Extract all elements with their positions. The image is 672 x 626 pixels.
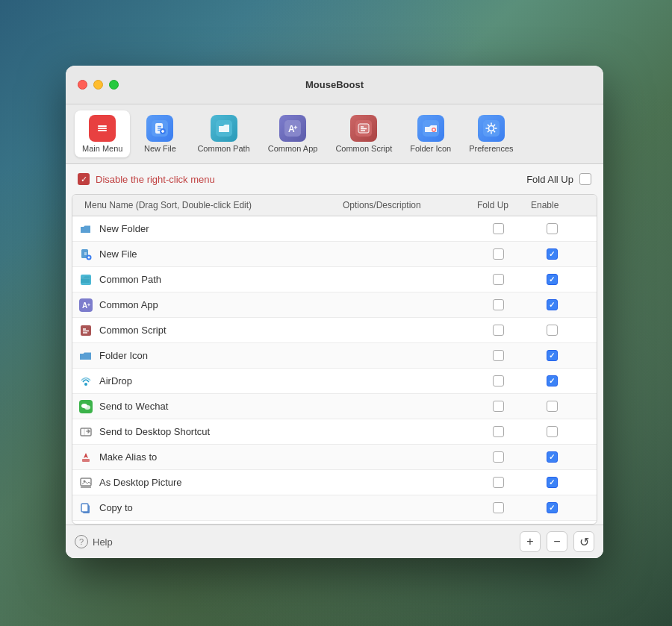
row-fold[interactable] xyxy=(471,426,525,437)
enable-checkbox[interactable] xyxy=(547,477,558,488)
table-row: Common Path xyxy=(72,267,597,292)
row-icon xyxy=(78,399,93,414)
row-fold[interactable] xyxy=(471,401,525,412)
row-enable[interactable] xyxy=(525,248,579,260)
row-name-airdrop: AirDrop xyxy=(78,369,337,393)
row-fold[interactable] xyxy=(471,350,525,361)
enable-checkbox[interactable] xyxy=(547,223,558,234)
toolbar-item-main-menu[interactable]: Main Menu xyxy=(75,110,130,157)
fold-checkbox[interactable] xyxy=(493,477,504,488)
table-row: Copy to xyxy=(72,495,597,521)
enable-checkbox[interactable] xyxy=(547,274,558,285)
row-enable[interactable] xyxy=(525,375,579,386)
row-fold[interactable] xyxy=(471,477,525,488)
fold-all-checkbox[interactable] xyxy=(579,173,591,185)
toolbar-item-preferences[interactable]: Preferences xyxy=(461,110,520,157)
row-fold[interactable] xyxy=(471,223,525,234)
disable-menu-checkbox[interactable]: ✓ xyxy=(78,173,90,185)
fold-checkbox[interactable] xyxy=(493,426,504,437)
minimize-button[interactable] xyxy=(93,80,103,90)
row-label: Common Script xyxy=(99,325,167,336)
enable-checkbox[interactable] xyxy=(547,299,558,310)
footer: ? Help + − ↺ xyxy=(66,525,603,558)
row-icon xyxy=(78,475,93,490)
enable-checkbox[interactable] xyxy=(547,426,558,437)
fold-checkbox[interactable] xyxy=(493,223,504,234)
enable-checkbox[interactable] xyxy=(547,325,558,336)
footer-buttons: + − ↺ xyxy=(520,531,594,552)
row-enable[interactable] xyxy=(525,502,579,513)
row-fold[interactable] xyxy=(471,274,525,285)
row-enable[interactable] xyxy=(525,299,579,310)
row-label: Common App xyxy=(99,299,158,310)
row-enable[interactable] xyxy=(525,325,579,336)
toolbar-item-common-app[interactable]: A ✦ Common App xyxy=(261,110,326,157)
preferences-icon xyxy=(478,115,505,142)
fold-checkbox[interactable] xyxy=(493,401,504,412)
fold-checkbox[interactable] xyxy=(493,350,504,361)
toolbar-item-common-script[interactable]: Common Script xyxy=(328,110,399,157)
fold-all-row: Fold All Up xyxy=(526,173,591,185)
row-fold[interactable] xyxy=(471,299,525,310)
svg-text:✦: ✦ xyxy=(87,302,91,307)
add-button[interactable]: + xyxy=(520,531,541,552)
row-enable[interactable] xyxy=(525,274,579,285)
row-enable[interactable] xyxy=(525,451,579,463)
common-app-label: Common App xyxy=(268,144,318,153)
fold-checkbox[interactable] xyxy=(493,274,504,285)
row-fold[interactable] xyxy=(471,451,525,463)
toolbar-item-new-file[interactable]: New File xyxy=(133,110,187,157)
toolbar: Main Menu New File xyxy=(66,104,603,164)
help-icon[interactable]: ? xyxy=(75,535,88,548)
col-fold: Fold Up xyxy=(471,195,525,216)
row-label: Send to Desktop Shortcut xyxy=(99,426,210,437)
table-row: A✦ Common App xyxy=(72,292,597,318)
help-label: Help xyxy=(93,536,113,548)
enable-checkbox[interactable] xyxy=(547,451,558,463)
fold-checkbox[interactable] xyxy=(493,502,504,513)
row-name-as-desktop-picture: As Desktop Picture xyxy=(78,471,337,495)
table-row: Send to Desktop Shortcut xyxy=(72,419,597,445)
row-fold[interactable] xyxy=(471,502,525,513)
row-enable[interactable] xyxy=(525,223,579,234)
fold-checkbox[interactable] xyxy=(493,451,504,463)
row-icon xyxy=(78,348,93,363)
row-enable[interactable] xyxy=(525,477,579,488)
close-button[interactable] xyxy=(78,80,87,90)
enable-checkbox[interactable] xyxy=(547,401,558,412)
row-enable[interactable] xyxy=(525,350,579,361)
enable-checkbox[interactable] xyxy=(547,375,558,386)
table-row: Send to Wechat xyxy=(72,394,597,419)
row-name-new-folder: New Folder xyxy=(78,217,337,241)
row-fold[interactable] xyxy=(471,325,525,336)
row-enable[interactable] xyxy=(525,426,579,437)
refresh-button[interactable]: ↺ xyxy=(573,531,594,552)
remove-button[interactable]: − xyxy=(547,531,567,552)
col-name: Menu Name (Drag Sort, Double-click Edit) xyxy=(78,195,337,216)
maximize-button[interactable] xyxy=(109,80,119,90)
titlebar: MouseBoost xyxy=(66,66,603,104)
row-icon xyxy=(78,222,93,237)
row-enable[interactable] xyxy=(525,401,579,412)
table-row: Common Script xyxy=(72,318,597,343)
enable-checkbox[interactable] xyxy=(547,350,558,361)
common-app-icon: A ✦ xyxy=(279,115,306,142)
row-name-common-script: Common Script xyxy=(78,319,337,342)
app-window: MouseBoost Main Menu xyxy=(66,66,603,558)
row-label: AirDrop xyxy=(99,375,132,386)
table-row: New Folder xyxy=(72,216,597,242)
fold-checkbox[interactable] xyxy=(493,325,504,336)
help-row: ? Help xyxy=(75,535,113,548)
toolbar-item-folder-icon[interactable]: Folder Icon xyxy=(402,110,458,157)
row-fold[interactable] xyxy=(471,375,525,386)
enable-checkbox[interactable] xyxy=(547,502,558,513)
enable-checkbox[interactable] xyxy=(547,248,558,260)
row-name-common-path: Common Path xyxy=(78,268,337,292)
fold-checkbox[interactable] xyxy=(493,299,504,310)
fold-checkbox[interactable] xyxy=(493,375,504,386)
row-label: Send to Wechat xyxy=(99,401,168,412)
toolbar-item-common-path[interactable]: Common Path xyxy=(190,110,257,157)
fold-checkbox[interactable] xyxy=(493,248,504,260)
row-fold[interactable] xyxy=(471,248,525,260)
col-enable: Enable xyxy=(525,195,579,216)
